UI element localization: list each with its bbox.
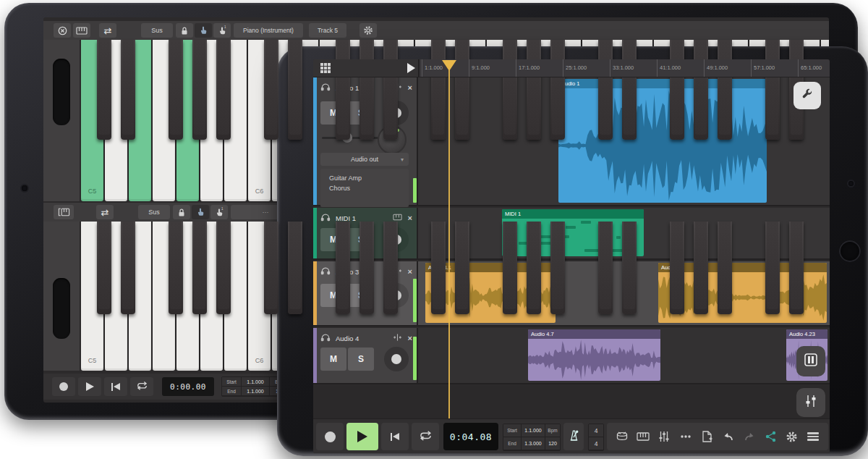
- touch-velocity-button-2[interactable]: 1: [210, 205, 228, 219]
- piano-black-key[interactable]: [718, 40, 732, 140]
- swap-keyboards-button[interactable]: ⇄: [99, 23, 116, 38]
- piano-black-key[interactable]: [765, 40, 780, 140]
- mixer-panel-button[interactable]: [796, 346, 825, 376]
- piano-black-key[interactable]: [288, 40, 302, 140]
- header-play-arrow-icon[interactable]: [407, 63, 415, 73]
- rewind-button[interactable]: [381, 423, 409, 450]
- play-button[interactable]: [78, 377, 101, 396]
- piano-black-key[interactable]: [121, 40, 135, 140]
- rewind-button[interactable]: [104, 377, 127, 396]
- record-button[interactable]: [316, 423, 344, 450]
- piano-black-key[interactable]: [694, 222, 708, 314]
- drums-button[interactable]: [614, 429, 630, 445]
- piano-black-key[interactable]: [264, 222, 278, 314]
- octave-scroll-slider[interactable]: [53, 59, 70, 125]
- undo-button[interactable]: [720, 429, 736, 445]
- add-file-button[interactable]: [699, 429, 715, 445]
- touch-mode-button[interactable]: [195, 23, 212, 38]
- piano-black-key[interactable]: [765, 222, 780, 314]
- piano-black-key[interactable]: [359, 222, 374, 314]
- close-track-icon[interactable]: ×: [408, 267, 412, 276]
- snap-grid-icon[interactable]: [320, 62, 331, 77]
- key-lock-button-2[interactable]: [173, 205, 190, 219]
- output-select-button[interactable]: Audio out ▾: [320, 153, 409, 166]
- piano-black-key[interactable]: [598, 40, 613, 140]
- record-button[interactable]: [52, 377, 75, 396]
- piano-black-key[interactable]: [455, 222, 469, 314]
- piano-black-key[interactable]: [264, 40, 278, 140]
- piano-black-key[interactable]: [192, 40, 207, 140]
- monitor-headphones-icon[interactable]: [320, 333, 331, 343]
- redo-button[interactable]: [741, 429, 757, 445]
- clip-audio-4-7[interactable]: Audio 4.7: [528, 329, 660, 381]
- share-button[interactable]: [762, 429, 778, 445]
- effect-item[interactable]: Guitar Amp: [320, 173, 409, 183]
- settings-gear-button[interactable]: [784, 429, 800, 445]
- piano-black-key[interactable]: [503, 40, 517, 140]
- piano-black-key[interactable]: [670, 40, 684, 140]
- piano-black-key[interactable]: [694, 40, 708, 140]
- monitor-headphones-icon[interactable]: [320, 266, 331, 277]
- piano-black-key[interactable]: [121, 222, 135, 314]
- loop-range-grid[interactable]: Start 1.1.000 Bpm End 1.3.000 120: [503, 424, 561, 451]
- playhead-marker[interactable]: [442, 60, 456, 71]
- clip-fit-icon[interactable]: [393, 333, 402, 343]
- track-header-audio-4[interactable]: Audio 4 × M S: [313, 328, 418, 384]
- instrument-button[interactable]: Piano (Instrument): [234, 23, 303, 38]
- arm-record-button[interactable]: [384, 347, 409, 371]
- piano-black-key[interactable]: [169, 40, 183, 140]
- menu-button[interactable]: [805, 429, 821, 445]
- monitor-headphones-icon[interactable]: [320, 213, 331, 223]
- split-keyboard-button[interactable]: [54, 205, 74, 219]
- loop-button[interactable]: [130, 377, 153, 396]
- piano-black-key[interactable]: [622, 40, 637, 140]
- metronome-button[interactable]: [563, 423, 584, 450]
- piano-black-key[interactable]: [789, 222, 804, 314]
- piano-black-key[interactable]: [169, 222, 183, 314]
- track-name[interactable]: MIDI 1: [336, 214, 393, 222]
- octave-scroll-slider[interactable]: [53, 278, 70, 339]
- piano-black-key[interactable]: [527, 222, 541, 314]
- key-lock-button[interactable]: [176, 23, 193, 38]
- more-options-button[interactable]: [678, 429, 694, 445]
- piano-black-key[interactable]: [383, 222, 398, 314]
- sustain-button[interactable]: Sus: [141, 23, 173, 38]
- close-track-icon[interactable]: ×: [408, 334, 412, 342]
- mixer-button[interactable]: [656, 429, 672, 445]
- close-button[interactable]: [54, 23, 71, 38]
- piano-black-key[interactable]: [622, 222, 637, 314]
- timeline-ruler[interactable]: 1:1.0009:1.00017:1.00025:1.00033:1.00041…: [420, 59, 830, 77]
- piano-black-key[interactable]: [503, 222, 517, 314]
- piano-black-key[interactable]: [670, 222, 684, 314]
- time-display[interactable]: 0:04.08: [443, 423, 498, 450]
- monitor-headphones-icon[interactable]: [320, 83, 331, 93]
- effect-item[interactable]: Chorus: [320, 183, 409, 193]
- piano-black-key[interactable]: [431, 40, 446, 140]
- piano-black-key[interactable]: [216, 222, 231, 314]
- piano-black-key[interactable]: [97, 222, 111, 314]
- piano-black-key[interactable]: [192, 222, 207, 314]
- piano-black-key[interactable]: [431, 222, 446, 314]
- home-button[interactable]: [839, 240, 861, 262]
- track-select-button[interactable]: Track 5: [309, 23, 346, 38]
- piano-black-key[interactable]: [288, 222, 302, 314]
- piano-black-key[interactable]: [359, 40, 374, 140]
- clip-audio-1[interactable]: Audio 1: [558, 79, 767, 203]
- solo-button[interactable]: S: [348, 348, 374, 371]
- piano-black-key[interactable]: [527, 40, 541, 140]
- piano-black-key[interactable]: [455, 40, 469, 140]
- close-track-icon[interactable]: ×: [408, 83, 412, 92]
- close-track-icon[interactable]: ×: [408, 214, 412, 222]
- piano-keyboard-button[interactable]: [635, 429, 651, 445]
- time-signature[interactable]: 4 4: [588, 424, 604, 451]
- piano-black-key[interactable]: [336, 40, 350, 140]
- piano-black-key[interactable]: [598, 222, 613, 314]
- track-name[interactable]: Audio 4: [336, 334, 393, 342]
- piano-black-key[interactable]: [336, 222, 350, 314]
- sustain-button-2[interactable]: Sus: [138, 205, 170, 219]
- piano-black-key[interactable]: [550, 40, 565, 140]
- loop-button[interactable]: [412, 423, 439, 450]
- piano-black-key[interactable]: [383, 40, 398, 140]
- channel-faders-button[interactable]: [796, 388, 825, 417]
- touch-velocity-button[interactable]: 1: [213, 23, 231, 38]
